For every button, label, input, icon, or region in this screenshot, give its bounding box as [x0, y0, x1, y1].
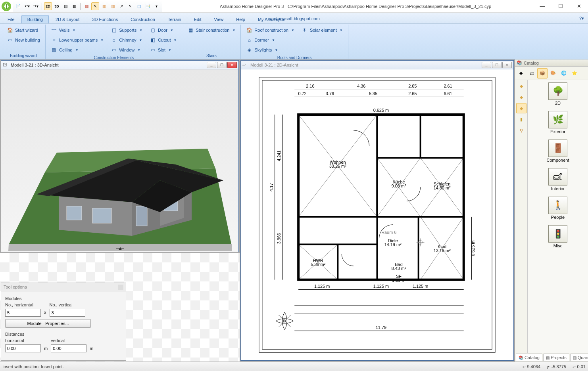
3d-view-title: Modell 3-21 : 3D-Ansicht [11, 63, 58, 67]
cat-side-1[interactable]: ◆ [516, 81, 527, 91]
cat-tool-1[interactable]: ◆ [516, 68, 526, 78]
tab-file[interactable]: File [2, 15, 21, 23]
3d-maximize-button[interactable]: ☐ [217, 62, 227, 68]
ribbon-door-button[interactable]: ▢Door▼ [147, 25, 179, 35]
dist-vertical-input[interactable] [51, 344, 86, 352]
cat-tool-4[interactable]: 🎨 [548, 68, 558, 78]
tab-view[interactable]: View [208, 15, 230, 23]
catalog-tab-quantities[interactable]: ▥ Quantities [570, 354, 588, 361]
tab-2d-layout[interactable]: 2D & Layout [50, 15, 86, 23]
qat-undo-icon[interactable]: ↶▾ [23, 2, 31, 10]
chevron-down-icon: ▼ [170, 29, 173, 32]
3d-view-header[interactable]: ◳ Modell 3-21 : 3D-Ansicht _ ☐ ✕ [1, 61, 238, 69]
ribbon-start-wizard-button[interactable]: 🏠Start wizard [4, 25, 43, 35]
tool-options-close-icon[interactable] [118, 285, 123, 290]
cat-tool-3[interactable]: 📦 [537, 68, 548, 78]
cat-side-2[interactable]: ◆ [516, 92, 527, 102]
supports-icon: ◫ [111, 27, 117, 33]
ribbon-ceiling-button[interactable]: ▤Ceiling▼ [48, 45, 106, 55]
qat-grid2-icon[interactable]: ▦ [70, 2, 78, 10]
tab-help[interactable]: Help [230, 15, 251, 23]
qat-guide-icon[interactable]: ↗ [117, 2, 125, 10]
2d-view-icon: ▱ [242, 62, 249, 68]
no-horizontal-input[interactable] [5, 309, 41, 317]
ribbon-window-button[interactable]: ▭Window▼ [108, 45, 145, 55]
qat-cursor-icon[interactable]: ↖ [91, 2, 99, 10]
2d-close-button[interactable]: ✕ [502, 62, 512, 68]
catalog-item-component[interactable]: 🚪Component [547, 140, 569, 163]
3d-close-button[interactable]: ✕ [227, 62, 237, 68]
tab-building[interactable]: Building [21, 15, 49, 23]
module-properties-button[interactable]: Module - Properties... [5, 319, 91, 328]
svg-rect-10 [136, 206, 147, 226]
help-icon[interactable]: ?▾ [579, 16, 584, 21]
catalog-tab-catalog[interactable]: 📚 Catalog [516, 354, 542, 361]
qat-dim2-icon[interactable]: ▥ [109, 2, 117, 10]
dist-horizontal-input[interactable] [5, 344, 41, 352]
dv-label: vertical [51, 338, 93, 343]
ribbon-dormer-button[interactable]: ⌂Dormer▼ [243, 35, 297, 45]
2d-maximize-button[interactable]: ☐ [492, 62, 502, 68]
2d-view-header[interactable]: ▱ Modell 3-21 : 2D-Ansicht _ ☐ ✕ [241, 61, 513, 69]
catalog-thumb-icon: 🌿 [548, 111, 567, 128]
2d-viewport[interactable]: 2.164.362.652.61 0.723.765.352.656.61 [241, 69, 513, 360]
app-icon[interactable] [0, 0, 13, 13]
slot-icon: ▭ [150, 47, 156, 53]
grid-area[interactable]: Tool options Modules No., horizontal x N… [0, 253, 240, 361]
ribbon-walls-button[interactable]: 〰Walls▼ [48, 25, 106, 35]
ribbon-chimney-button[interactable]: ⌂Chimney▼ [108, 35, 145, 45]
svg-text:2.65: 2.65 [408, 91, 417, 96]
ribbon-skylights-button[interactable]: ◈Skylights▼ [243, 45, 297, 55]
ribbon-cutout-button[interactable]: ◧Cutout▼ [147, 35, 179, 45]
qat-3d-button[interactable]: 3D [53, 2, 61, 10]
cat-side-3[interactable]: ◆ [516, 103, 527, 113]
close-button[interactable]: ✕ [570, 0, 588, 12]
svg-text:9.08 m²: 9.08 m² [392, 184, 406, 188]
ribbon-solar-element-button[interactable]: ☀Solar element▼ [299, 25, 346, 35]
catalog-item-2d[interactable]: 🌳2D [548, 82, 567, 105]
cat-side-4[interactable]: ▮ [516, 114, 527, 124]
tab-construction[interactable]: Construction [125, 15, 161, 23]
qat-dim1-icon[interactable]: ▥ [100, 2, 108, 10]
ribbon-supports-button[interactable]: ◫Supports▼ [108, 25, 145, 35]
ribbon-stair-construction-button[interactable]: ▦Stair construction▼ [184, 25, 238, 35]
qat-2d-button[interactable]: 2D [44, 2, 52, 10]
2d-minimize-button[interactable]: _ [482, 62, 491, 68]
catalog-tab-projects[interactable]: ▤ Projects [543, 354, 569, 361]
ribbon-lower-upper-beams-button[interactable]: ≡Lower/upper beams▼ [48, 35, 106, 45]
cat-tool-5[interactable]: 🌐 [559, 68, 569, 78]
qat-more-icon[interactable]: ▾ [152, 2, 160, 10]
qat-measure-icon[interactable]: ◫ [135, 2, 143, 10]
catalog-thumb-icon: 🚶 [548, 197, 567, 214]
minimize-button[interactable]: — [533, 0, 551, 12]
ribbon-slot-button[interactable]: ▭Slot▼ [147, 45, 179, 55]
tab-3d-functions[interactable]: 3D Functions [86, 15, 124, 23]
ribbon-new-building-button[interactable]: ▭New building [4, 35, 43, 45]
no-vertical-input[interactable] [50, 309, 85, 317]
qat-cursor2-icon[interactable]: ↖ [126, 2, 134, 10]
qat-new-icon[interactable]: 📄 [14, 2, 22, 10]
3d-minimize-button[interactable]: _ [207, 62, 216, 68]
cutout-icon: ◧ [150, 37, 156, 43]
qat-snap-icon[interactable]: ▦ [83, 2, 90, 10]
x-label: x [44, 304, 46, 315]
3d-viewport[interactable] [1, 69, 238, 252]
maximize-button[interactable]: ☐ [551, 0, 570, 12]
svg-text:6.61: 6.61 [444, 91, 452, 96]
catalog-item-misc[interactable]: 🚦Misc [548, 225, 567, 248]
tab-edit[interactable]: Edit [188, 15, 208, 23]
qat-redo-icon[interactable]: ↷▾ [32, 2, 40, 10]
cat-side-5[interactable]: ⚲ [516, 125, 527, 136]
ribbon: 🏠Start wizard▭New buildingBuilding wizar… [0, 24, 588, 59]
ribbon-roof-construction-button[interactable]: 🏠Roof construction▼ [243, 25, 297, 35]
tab-terrain[interactable]: Terrain [162, 15, 187, 23]
qat-catalog-icon[interactable]: 📑 [144, 2, 152, 10]
new-building-icon: ▭ [7, 37, 13, 43]
qat-grid1-icon[interactable]: ▤ [61, 2, 69, 10]
catalog-item-people[interactable]: 🚶People [548, 197, 567, 220]
catalog-item-interior[interactable]: 🛋Interior [548, 168, 567, 191]
svg-text:4.36: 4.36 [357, 84, 365, 88]
cat-tool-2[interactable]: 🗃 [527, 68, 537, 78]
catalog-item-exterior[interactable]: 🌿Exterior [548, 111, 567, 134]
cat-tool-6[interactable]: ⭐ [569, 68, 580, 78]
